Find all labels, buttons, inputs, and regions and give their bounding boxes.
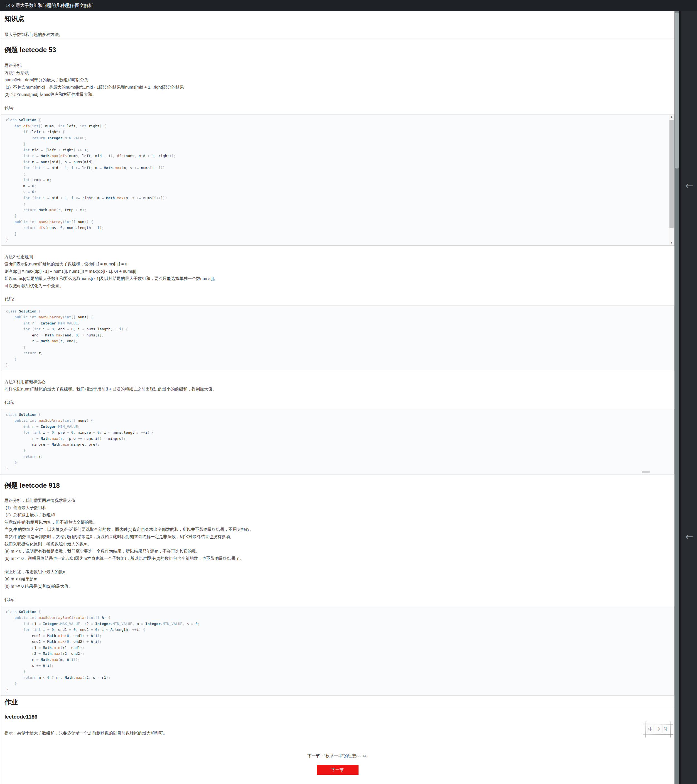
code-line: public int maxSubArray(int[] nums) { xyxy=(6,314,666,320)
code-line: for (int i = 0, end = 0; i < nums.length… xyxy=(6,326,666,332)
next-lesson-label: 下一节： xyxy=(307,753,324,758)
next-lesson-title: “枚举一半”的思想 xyxy=(324,753,356,758)
code-line: public int maxSubarraySumCircular(int[] … xyxy=(6,615,666,621)
code-line: } xyxy=(6,213,666,219)
back-arrow-icon[interactable]: ← xyxy=(681,531,697,542)
code-line: } xyxy=(6,237,666,243)
text-line: (1) 普通最大子数组和 xyxy=(5,504,675,511)
text-line: 即以nums[i]结尾的最大子数组和要么选取nums[i - 1]及以其结尾的最… xyxy=(5,275,675,282)
text-line: (2) 包含nums[mid],从mid往左和右延伸求最大和。 xyxy=(5,91,675,98)
code-line: int temp = m; xyxy=(6,177,666,183)
code-line: } xyxy=(6,344,666,350)
next-lesson-line: 下一节：“枚举一半”的思想(22:14) xyxy=(0,752,675,760)
paragraph-gap xyxy=(0,393,675,399)
code-block-circular-subarray: class Solution { public int maxSubarrayS… xyxy=(1,606,674,695)
ime-chinese-button[interactable]: 中 xyxy=(648,725,654,733)
paragraph-gap xyxy=(0,98,675,104)
horizontal-scrollbar-thumb[interactable] xyxy=(642,471,650,473)
paragraph-gap xyxy=(0,590,675,596)
text-line: (b) m >= 0，说明最终结果也一定非负(因为m本身也算一个子数组)，所以此… xyxy=(5,555,675,562)
code-line: if (left > right) { xyxy=(6,129,666,135)
code-line: for (int i = mid + 1; i <= right; m = Ma… xyxy=(6,195,666,201)
code-line: return Math.max(r, temp + m); xyxy=(6,207,666,213)
text-line: 则有dp[i] = max(dp[i - 1] + nums[i], nums[… xyxy=(5,268,675,275)
lesson-title: 14-2 最大子数组和问题的几种理解-图文解析 xyxy=(6,3,93,9)
next-lesson-button[interactable]: 下一节 xyxy=(317,765,358,775)
code-line: s = 0; xyxy=(6,189,666,195)
code-line: } xyxy=(6,362,666,368)
code-text: class Solution { public int maxSubarrayS… xyxy=(6,609,666,693)
code-line: class Solution { xyxy=(6,412,666,418)
code-scrollbar[interactable]: ▲▼ xyxy=(669,115,674,245)
scrollbar-down-icon[interactable]: ▼ xyxy=(669,240,674,245)
code-line: end = Math.max(end, 0) + nums[i]; xyxy=(6,332,666,338)
text-line: 当(2)中的数组是全部数时，(2)给我们的结果是0，所以如果此时我们知道最终解一… xyxy=(5,533,675,540)
text-line: 方法1 分治法 xyxy=(5,69,675,76)
right-side-rail: ← ← xyxy=(679,0,697,784)
text-line: 代码: xyxy=(5,596,675,603)
divider xyxy=(0,695,675,696)
divider xyxy=(0,707,675,707)
code-line: r1 = Math.min(r1, end1); xyxy=(6,645,666,651)
ime-moon-icon[interactable]: ☽ xyxy=(655,725,661,733)
code-line: } xyxy=(6,669,666,675)
text-line: 方法2 动态规划 xyxy=(5,253,675,260)
ime-switch-icon[interactable]: ⇅ xyxy=(662,725,669,733)
code-line: } xyxy=(6,141,666,147)
code-line: int r = Integer.MIN_VALUE; xyxy=(6,423,666,430)
text-line: (a) m < 0结果是m xyxy=(5,575,675,583)
code-text: class Solution { int dfs(int[] nums, int… xyxy=(6,117,666,243)
code-line: ; xyxy=(6,171,666,177)
code-text: class Solution { public int maxSubArray(… xyxy=(6,412,666,471)
lesson-page: 14-2 最大子数组和问题的几种理解-图文解析 知识点 最大子数组和问题的多种方… xyxy=(0,0,697,784)
text-line: 设dp[i]表示以nums[i]结尾的最大子数组和，设dp[-1] = nums… xyxy=(5,260,675,268)
ime-border xyxy=(643,735,673,735)
code-line: for (int i = mid - 1; i >= left; m = Mat… xyxy=(6,165,666,171)
code-line: return m < 0 ? m : Math.max(r2, s - r1); xyxy=(6,675,666,681)
code-line: m = Math.max(m, A[i]); xyxy=(6,657,666,663)
top-title-bar: 14-2 最大子数组和问题的几种理解-图文解析 xyxy=(0,0,697,11)
text-line: 可以把dp数组优化为一个变量。 xyxy=(5,282,675,289)
code-line: end2 = Math.max(0, end2) + A[i]; xyxy=(6,639,666,645)
code-line: s += A[i]; xyxy=(6,662,666,669)
text-line: 代码: xyxy=(5,295,675,303)
back-arrow-icon[interactable]: ← xyxy=(681,180,697,191)
code-line: return Integer.MIN_VALUE; xyxy=(6,135,666,141)
code-line: } xyxy=(6,681,666,687)
analysis-leetcode53-method2: 方法2 动态规划设dp[i]表示以nums[i]结尾的最大子数组和，设dp[-1… xyxy=(0,253,675,303)
scrollbar-thumb[interactable] xyxy=(669,120,674,228)
code-line: public int maxSubArray(int[] nums) { xyxy=(6,219,666,225)
code-line: } xyxy=(6,460,666,466)
paragraph-gap xyxy=(0,562,675,568)
code-block-divide-and-conquer: class Solution { int dfs(int[] nums, int… xyxy=(1,114,674,245)
scrollbar-up-icon[interactable]: ▲ xyxy=(669,115,674,119)
code-line: int m = nums[mid], s = nums[mid]; xyxy=(6,159,666,165)
section-heading-leetcode53: 例题 leetcode 53 xyxy=(5,45,675,54)
knowledge-intro: 最大子数组和问题的多种方法。 xyxy=(5,31,675,38)
divider xyxy=(0,11,675,12)
ime-border xyxy=(643,724,673,725)
text-line: 思路分析: xyxy=(5,62,675,69)
code-line: r = Math.max(r, (pre += nums[i]) - minpr… xyxy=(6,436,666,442)
code-line: int r1 = Integer.MAX_VALUE, r2 = Integer… xyxy=(6,621,666,627)
code-line: return r; xyxy=(6,453,666,460)
section-heading-homework: 作业 xyxy=(5,697,675,707)
section-heading-knowledge: 知识点 xyxy=(5,14,675,23)
analysis-leetcode918: 思路分析：我们需要两种情况求最大值 (1) 普通最大子数组和 (2) 总和减去最… xyxy=(0,497,675,603)
homework-hint: 提示：类似于最大子数组和，只要多记录一个之前删过数的以目前数结尾的最大和即可。 xyxy=(5,730,675,737)
next-lesson-duration: (22:14) xyxy=(356,754,367,758)
analysis-leetcode53-method1: 思路分析:方法1 分治法nums[left...right]部分的最大子数组和可… xyxy=(0,62,675,111)
code-line: r2 = Math.max(r2, end2); xyxy=(6,651,666,657)
homework-problem: leetcode1186 xyxy=(5,713,675,720)
section-heading-leetcode918: 例题 leetcode 918 xyxy=(5,481,675,490)
code-line: m = 0; xyxy=(6,183,666,189)
text-line: 注意(2)中的数组可以为空，但不能包含全部的数。 xyxy=(5,519,675,526)
text-line: (2) 总和减去最小子数组和 xyxy=(5,511,675,519)
divider xyxy=(0,38,675,38)
code-block-dp: class Solution { public int maxSubArray(… xyxy=(1,306,674,371)
ime-toolbar[interactable]: 中 ☽ ⇅ xyxy=(645,723,671,736)
code-line: int dfs(int[] nums, int left, int right)… xyxy=(6,123,666,129)
page-scrollbar[interactable] xyxy=(674,11,679,784)
page-scrollbar-thumb[interactable] xyxy=(675,13,679,168)
text-line: 代码: xyxy=(5,399,675,406)
